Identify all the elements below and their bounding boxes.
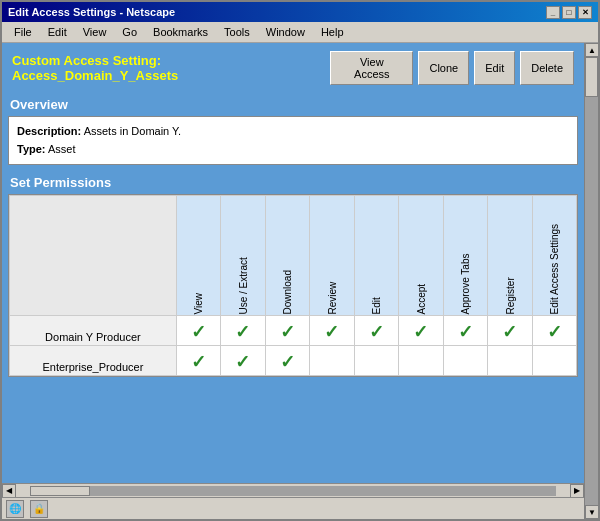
cell-1-0: ✓	[176, 346, 220, 376]
checkmark-icon: ✓	[502, 322, 517, 342]
cell-1-1: ✓	[221, 346, 265, 376]
description-value: Assets in Domain Y.	[84, 125, 181, 137]
menu-item-bookmarks[interactable]: Bookmarks	[145, 24, 216, 40]
type-line: Type: Asset	[17, 141, 569, 159]
checkmark-icon: ✓	[235, 352, 250, 372]
menu-bar: FileEditViewGoBookmarksToolsWindowHelp	[2, 22, 598, 43]
table-row: Enterprise_Producer✓✓✓	[10, 346, 577, 376]
checkmark-icon: ✓	[280, 322, 295, 342]
cell-0-8: ✓	[532, 316, 577, 346]
scroll-thumb-h[interactable]	[30, 486, 90, 496]
cell-0-4: ✓	[354, 316, 398, 346]
scroll-thumb-v[interactable]	[585, 57, 598, 97]
horizontal-scrollbar[interactable]: ◀ ▶	[2, 483, 584, 497]
col-header-edit-access: Edit Access Settings	[532, 196, 577, 316]
checkmark-icon: ✓	[235, 322, 250, 342]
menu-item-window[interactable]: Window	[258, 24, 313, 40]
main-window: Edit Access Settings - Netscape _ □ ✕ Fi…	[0, 0, 600, 521]
scroll-up-button[interactable]: ▲	[585, 43, 598, 57]
scroll-track-v[interactable]	[585, 57, 598, 505]
permissions-table-container: View Use / Extract Download Review Edit …	[8, 194, 578, 377]
type-value: Asset	[48, 143, 76, 155]
menu-item-file[interactable]: File	[6, 24, 40, 40]
status-left: 🌐 🔒	[6, 500, 48, 518]
col-header-accept: Accept	[399, 196, 443, 316]
header-label: Custom Access Setting:	[12, 53, 161, 68]
cell-1-4	[354, 346, 398, 376]
scroll-down-button[interactable]: ▼	[585, 505, 598, 519]
checkmark-icon: ✓	[369, 322, 384, 342]
title-bar: Edit Access Settings - Netscape _ □ ✕	[2, 2, 598, 22]
permissions-table: View Use / Extract Download Review Edit …	[9, 195, 577, 376]
menu-item-edit[interactable]: Edit	[40, 24, 75, 40]
cell-0-1: ✓	[221, 316, 265, 346]
scroll-left-button[interactable]: ◀	[2, 484, 16, 498]
col-header-use-extract: Use / Extract	[221, 196, 265, 316]
minimize-button[interactable]: _	[546, 6, 560, 19]
permissions-title: Set Permissions	[8, 171, 578, 194]
checkmark-icon: ✓	[191, 322, 206, 342]
overview-section: Overview Description: Assets in Domain Y…	[8, 93, 578, 165]
col-header-edit: Edit	[354, 196, 398, 316]
overview-title: Overview	[8, 93, 578, 116]
menu-item-view[interactable]: View	[75, 24, 115, 40]
table-row: Domain Y Producer✓✓✓✓✓✓✓✓✓	[10, 316, 577, 346]
checkmark-icon: ✓	[324, 322, 339, 342]
delete-button[interactable]: Delete	[520, 51, 574, 85]
cell-1-2: ✓	[265, 346, 309, 376]
col-header-approve-tabs: Approve Tabs	[443, 196, 487, 316]
empty-header	[10, 196, 177, 316]
menu-item-go[interactable]: Go	[114, 24, 145, 40]
cell-1-7	[488, 346, 532, 376]
cell-0-0: ✓	[176, 316, 220, 346]
cell-1-3	[310, 346, 354, 376]
cell-0-6: ✓	[443, 316, 487, 346]
col-header-view: View	[176, 196, 220, 316]
window-title: Edit Access Settings - Netscape	[8, 6, 175, 18]
menu-item-help[interactable]: Help	[313, 24, 352, 40]
edit-button[interactable]: Edit	[474, 51, 515, 85]
vertical-scrollbar[interactable]: ▲ ▼	[584, 43, 598, 519]
cell-0-2: ✓	[265, 316, 309, 346]
maximize-button[interactable]: □	[562, 6, 576, 19]
overview-body: Description: Assets in Domain Y. Type: A…	[8, 116, 578, 165]
setting-name: Access_Domain_Y_Assets	[12, 68, 178, 83]
close-button[interactable]: ✕	[578, 6, 592, 19]
cell-0-3: ✓	[310, 316, 354, 346]
header-title: Custom Access Setting: Access_Domain_Y_A…	[12, 53, 330, 83]
status-icon-2: 🔒	[30, 500, 48, 518]
permissions-section: Set Permissions View Use / Extract Downl…	[8, 171, 578, 377]
checkmark-icon: ✓	[280, 352, 295, 372]
cell-1-8	[532, 346, 577, 376]
type-label: Type:	[17, 143, 46, 155]
scroll-track-h[interactable]	[30, 486, 556, 496]
col-header-download: Download	[265, 196, 309, 316]
cell-0-5: ✓	[399, 316, 443, 346]
view-access-button[interactable]: View Access	[330, 51, 413, 85]
header-strip: Custom Access Setting: Access_Domain_Y_A…	[2, 43, 584, 93]
inner-content: Overview Description: Assets in Domain Y…	[2, 93, 584, 483]
status-icon-1: 🌐	[6, 500, 24, 518]
description-line: Description: Assets in Domain Y.	[17, 123, 569, 141]
menu-item-tools[interactable]: Tools	[216, 24, 258, 40]
table-header-row: View Use / Extract Download Review Edit …	[10, 196, 577, 316]
cell-1-5	[399, 346, 443, 376]
checkmark-icon: ✓	[458, 322, 473, 342]
status-bar: 🌐 🔒	[2, 497, 584, 519]
content-area: Custom Access Setting: Access_Domain_Y_A…	[2, 43, 584, 483]
row-label-1: Enterprise_Producer	[10, 346, 177, 376]
scroll-right-button[interactable]: ▶	[570, 484, 584, 498]
cell-0-7: ✓	[488, 316, 532, 346]
checkmark-icon: ✓	[191, 352, 206, 372]
checkmark-icon: ✓	[413, 322, 428, 342]
row-label-0: Domain Y Producer	[10, 316, 177, 346]
col-header-review: Review	[310, 196, 354, 316]
description-label: Description:	[17, 125, 81, 137]
checkmark-icon: ✓	[547, 322, 562, 342]
header-buttons: View Access Clone Edit Delete	[330, 51, 574, 85]
clone-button[interactable]: Clone	[418, 51, 469, 85]
window-controls: _ □ ✕	[546, 6, 592, 19]
col-header-register: Register	[488, 196, 532, 316]
cell-1-6	[443, 346, 487, 376]
